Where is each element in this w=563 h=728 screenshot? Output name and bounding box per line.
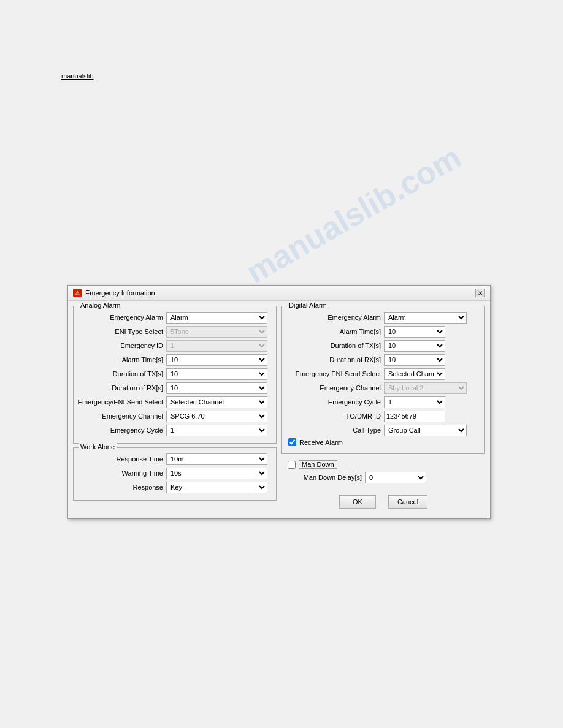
analog-emergency-cycle-select[interactable]: 1	[166, 425, 267, 436]
right-panel: Digital Alarm Emergency Alarm Alarm Alar…	[282, 306, 485, 514]
dialog-body: Analog Alarm Emergency Alarm Alarm ENI T…	[68, 301, 490, 518]
dialog-titlebar: ⚠ Emergency Information ✕	[68, 286, 490, 301]
analog-emergency-channel-row: Emergency Channel SPCG 6.70	[77, 410, 272, 422]
analog-duration-tx-row: Duration of TX[s] 10	[77, 368, 272, 380]
analog-emergency-cycle-label: Emergency Cycle	[77, 427, 166, 434]
analog-alarm-time-row: Alarm Time[s] 10	[77, 354, 272, 366]
warning-time-label: Warning Time	[77, 469, 166, 477]
warning-time-select[interactable]: 10s	[166, 468, 267, 479]
man-down-delay-row: Man Down Delay[s] 0	[285, 471, 481, 483]
emergency-information-dialog: ⚠ Emergency Information ✕ Analog Alarm E…	[67, 285, 491, 519]
top-link[interactable]: manualslib	[61, 72, 94, 80]
toid-input[interactable]	[384, 411, 445, 422]
response-time-row: Response Time 10m	[77, 453, 272, 465]
analog-duration-tx-select[interactable]: 10	[166, 368, 267, 380]
analog-duration-rx-select[interactable]: 10	[166, 382, 267, 394]
digital-eni-send-select[interactable]: Selected Channel	[384, 368, 445, 380]
man-down-label: Man Down	[299, 460, 337, 469]
man-down-checkbox[interactable]	[288, 461, 296, 469]
analog-alarm-time-select[interactable]: 10	[166, 354, 267, 366]
cancel-button[interactable]: Cancel	[388, 495, 427, 509]
analog-emergency-id-select[interactable]: 1	[166, 340, 267, 352]
digital-emergency-alarm-row: Emergency Alarm Alarm	[286, 311, 481, 324]
analog-emergency-id-label: Emergency ID	[77, 342, 166, 349]
toid-row: TO/DMR ID	[286, 410, 481, 422]
analog-eni-send-select[interactable]: Selected Channel	[166, 396, 267, 408]
analog-duration-tx-label: Duration of TX[s]	[77, 370, 166, 377]
man-down-delay-label: Man Down Delay[s]	[285, 474, 365, 481]
receive-alarm-row: Receive Alarm	[286, 438, 481, 446]
digital-duration-rx-row: Duration of RX[s] 10	[286, 354, 481, 366]
digital-emergency-channel-row: Emergency Channel Sby Local 2	[286, 382, 481, 394]
man-down-section: Man Down Man Down Delay[s] 0	[282, 458, 485, 488]
digital-alarm-time-label: Alarm Time[s]	[286, 328, 384, 335]
work-alone-content: Response Time 10m Warning Time 10s	[77, 453, 272, 493]
digital-alarm-content: Emergency Alarm Alarm Alarm Time[s] 10	[286, 311, 481, 446]
ok-button[interactable]: OK	[339, 495, 376, 509]
analog-eni-send-select-label: Emergency/ENI Send Select	[77, 398, 166, 406]
digital-alarm-legend: Digital Alarm	[287, 301, 329, 309]
digital-emergency-alarm-select[interactable]: Alarm	[384, 312, 467, 324]
digital-alarm-time-row: Alarm Time[s] 10	[286, 325, 481, 338]
watermark: manualslib.com	[240, 138, 467, 290]
left-panel: Analog Alarm Emergency Alarm Alarm ENI T…	[73, 306, 277, 514]
response-select[interactable]: Key	[166, 482, 267, 493]
digital-eni-send-label: Emergency ENI Send Select	[286, 370, 384, 377]
digital-emergency-cycle-label: Emergency Cycle	[286, 398, 384, 406]
dialog-title-left: ⚠ Emergency Information	[73, 289, 155, 297]
analog-emergency-cycle-row: Emergency Cycle 1	[77, 424, 272, 436]
eni-type-select-row: ENI Type Select 5Tone	[77, 325, 272, 338]
digital-duration-tx-label: Duration of TX[s]	[286, 342, 384, 349]
digital-eni-send-row: Emergency ENI Send Select Selected Chann…	[286, 368, 481, 380]
analog-eni-send-select-row: Emergency/ENI Send Select Selected Chann…	[77, 396, 272, 408]
digital-duration-tx-row: Duration of TX[s] 10	[286, 339, 481, 352]
digital-emergency-alarm-label: Emergency Alarm	[286, 314, 384, 321]
call-type-select[interactable]: Group Call	[384, 425, 467, 436]
analog-alarm-group: Analog Alarm Emergency Alarm Alarm ENI T…	[73, 306, 277, 444]
man-down-checkbox-row: Man Down	[285, 460, 481, 469]
digital-duration-tx-select[interactable]: 10	[384, 340, 445, 352]
analog-alarm-legend: Analog Alarm	[79, 301, 122, 309]
response-time-label: Response Time	[77, 455, 166, 463]
dialog-icon: ⚠	[73, 289, 82, 297]
analog-emergency-alarm-label: Emergency Alarm	[77, 314, 166, 321]
response-row: Response Key	[77, 481, 272, 493]
analog-emergency-alarm-select[interactable]: Alarm	[166, 312, 267, 324]
analog-duration-rx-label: Duration of RX[s]	[77, 384, 166, 392]
analog-alarm-time-label: Alarm Time[s]	[77, 356, 166, 363]
digital-emergency-channel-select[interactable]: Sby Local 2	[384, 382, 467, 394]
work-alone-legend: Work Alone	[79, 443, 117, 450]
dialog-title: Emergency Information	[85, 289, 155, 297]
analog-duration-rx-row: Duration of RX[s] 10	[77, 382, 272, 394]
digital-emergency-cycle-select[interactable]: 1	[384, 396, 445, 408]
call-type-row: Call Type Group Call	[286, 424, 481, 436]
receive-alarm-checkbox[interactable]	[288, 438, 296, 446]
digital-alarm-time-select[interactable]: 10	[384, 326, 445, 338]
dialog-footer: OK Cancel	[282, 491, 485, 514]
call-type-label: Call Type	[286, 427, 384, 434]
digital-duration-rx-select[interactable]: 10	[384, 354, 445, 366]
digital-alarm-group: Digital Alarm Emergency Alarm Alarm Alar…	[282, 306, 485, 454]
dialog-close-button[interactable]: ✕	[475, 289, 485, 297]
man-down-delay-select[interactable]: 0	[365, 472, 426, 483]
analog-emergency-channel-label: Emergency Channel	[77, 412, 166, 420]
analog-emergency-id-row: Emergency ID 1	[77, 339, 272, 352]
digital-duration-rx-label: Duration of RX[s]	[286, 356, 384, 363]
response-time-select[interactable]: 10m	[166, 453, 267, 465]
analog-emergency-channel-select[interactable]: SPCG 6.70	[166, 411, 267, 422]
eni-type-select[interactable]: 5Tone	[166, 326, 267, 338]
work-alone-group: Work Alone Response Time 10m Warning Tim…	[73, 447, 277, 501]
digital-emergency-cycle-row: Emergency Cycle 1	[286, 396, 481, 408]
warning-time-row: Warning Time 10s	[77, 467, 272, 479]
response-label: Response	[77, 483, 166, 491]
analog-alarm-content: Emergency Alarm Alarm ENI Type Select 5T…	[77, 311, 272, 436]
eni-type-select-label: ENI Type Select	[77, 328, 166, 335]
analog-emergency-alarm-row: Emergency Alarm Alarm	[77, 311, 272, 324]
digital-emergency-channel-label: Emergency Channel	[286, 384, 384, 392]
toid-label: TO/DMR ID	[286, 412, 384, 420]
receive-alarm-label: Receive Alarm	[299, 439, 343, 446]
